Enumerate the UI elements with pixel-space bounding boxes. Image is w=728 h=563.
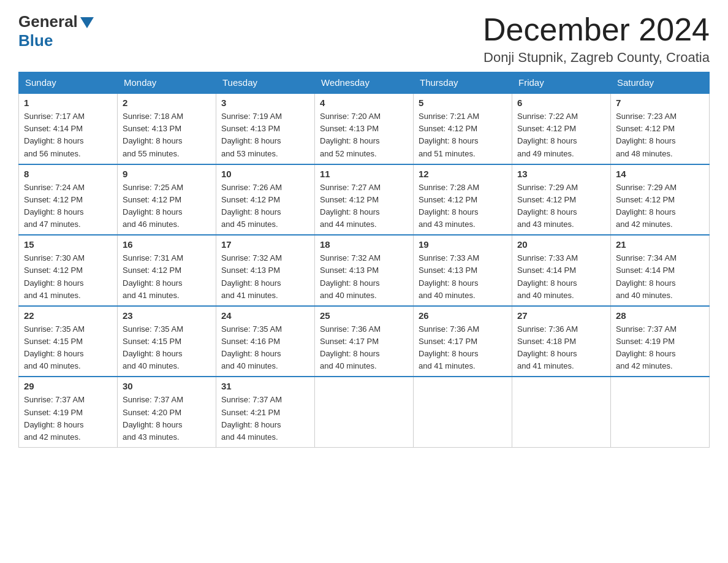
weekday-header-saturday: Saturday xyxy=(611,72,710,94)
calendar-day-cell: 26 Sunrise: 7:36 AM Sunset: 4:17 PM Dayl… xyxy=(414,306,512,377)
weekday-header-monday: Monday xyxy=(118,72,216,94)
calendar-day-cell xyxy=(414,377,512,447)
calendar-day-cell: 30 Sunrise: 7:37 AM Sunset: 4:20 PM Dayl… xyxy=(118,377,216,447)
day-number: 13 xyxy=(517,169,605,179)
calendar-day-cell: 7 Sunrise: 7:23 AM Sunset: 4:12 PM Dayli… xyxy=(611,93,710,164)
day-number: 22 xyxy=(24,310,112,321)
day-info: Sunrise: 7:18 AM Sunset: 4:13 PM Dayligh… xyxy=(123,110,211,160)
day-number: 12 xyxy=(419,169,507,179)
weekday-header-wednesday: Wednesday xyxy=(315,72,414,94)
calendar-day-cell: 11 Sunrise: 7:27 AM Sunset: 4:12 PM Dayl… xyxy=(315,164,414,236)
day-info: Sunrise: 7:21 AM Sunset: 4:12 PM Dayligh… xyxy=(419,110,507,160)
calendar-day-cell: 3 Sunrise: 7:19 AM Sunset: 4:13 PM Dayli… xyxy=(216,93,315,164)
calendar-day-cell: 28 Sunrise: 7:37 AM Sunset: 4:19 PM Dayl… xyxy=(611,306,710,377)
day-number: 27 xyxy=(517,310,605,321)
month-year-title: December 2024 xyxy=(483,12,710,47)
calendar-day-cell: 18 Sunrise: 7:32 AM Sunset: 4:13 PM Dayl… xyxy=(315,235,414,306)
calendar-day-cell: 2 Sunrise: 7:18 AM Sunset: 4:13 PM Dayli… xyxy=(118,93,216,164)
day-info: Sunrise: 7:28 AM Sunset: 4:12 PM Dayligh… xyxy=(419,182,507,231)
day-number: 3 xyxy=(221,98,309,108)
day-number: 20 xyxy=(517,239,605,250)
day-info: Sunrise: 7:31 AM Sunset: 4:12 PM Dayligh… xyxy=(123,252,211,302)
day-number: 28 xyxy=(616,310,704,321)
calendar-day-cell: 17 Sunrise: 7:32 AM Sunset: 4:13 PM Dayl… xyxy=(216,235,315,306)
calendar-week-row: 1 Sunrise: 7:17 AM Sunset: 4:14 PM Dayli… xyxy=(19,93,710,164)
calendar-day-cell: 23 Sunrise: 7:35 AM Sunset: 4:15 PM Dayl… xyxy=(118,306,216,377)
calendar-day-cell: 10 Sunrise: 7:26 AM Sunset: 4:12 PM Dayl… xyxy=(216,164,315,236)
calendar-day-cell: 12 Sunrise: 7:28 AM Sunset: 4:12 PM Dayl… xyxy=(414,164,512,236)
day-number: 7 xyxy=(616,98,704,108)
calendar-day-cell: 16 Sunrise: 7:31 AM Sunset: 4:12 PM Dayl… xyxy=(118,235,216,306)
calendar-day-cell: 24 Sunrise: 7:35 AM Sunset: 4:16 PM Dayl… xyxy=(216,306,315,377)
svg-marker-0 xyxy=(80,17,94,28)
calendar-day-cell: 8 Sunrise: 7:24 AM Sunset: 4:12 PM Dayli… xyxy=(19,164,118,236)
day-info: Sunrise: 7:29 AM Sunset: 4:12 PM Dayligh… xyxy=(517,182,605,231)
day-info: Sunrise: 7:35 AM Sunset: 4:16 PM Dayligh… xyxy=(221,323,309,373)
calendar-day-cell: 21 Sunrise: 7:34 AM Sunset: 4:14 PM Dayl… xyxy=(611,235,710,306)
day-number: 24 xyxy=(221,310,309,321)
day-info: Sunrise: 7:20 AM Sunset: 4:13 PM Dayligh… xyxy=(320,110,408,160)
day-number: 1 xyxy=(24,98,112,108)
calendar-day-cell: 27 Sunrise: 7:36 AM Sunset: 4:18 PM Dayl… xyxy=(512,306,611,377)
day-info: Sunrise: 7:34 AM Sunset: 4:14 PM Dayligh… xyxy=(616,252,704,302)
day-info: Sunrise: 7:37 AM Sunset: 4:19 PM Dayligh… xyxy=(24,394,112,443)
calendar-day-cell: 4 Sunrise: 7:20 AM Sunset: 4:13 PM Dayli… xyxy=(315,93,414,164)
calendar-week-row: 15 Sunrise: 7:30 AM Sunset: 4:12 PM Dayl… xyxy=(19,235,710,306)
title-section: December 2024 Donji Stupnik, Zagreb Coun… xyxy=(483,12,710,66)
weekday-header-friday: Friday xyxy=(512,72,611,94)
calendar-day-cell: 5 Sunrise: 7:21 AM Sunset: 4:12 PM Dayli… xyxy=(414,93,512,164)
day-info: Sunrise: 7:37 AM Sunset: 4:20 PM Dayligh… xyxy=(123,394,211,443)
day-info: Sunrise: 7:37 AM Sunset: 4:21 PM Dayligh… xyxy=(221,394,309,443)
day-number: 5 xyxy=(419,98,507,108)
weekday-header-row: SundayMondayTuesdayWednesdayThursdayFrid… xyxy=(19,72,710,94)
location-subtitle: Donji Stupnik, Zagreb County, Croatia xyxy=(483,50,710,66)
day-number: 11 xyxy=(320,169,408,179)
day-info: Sunrise: 7:24 AM Sunset: 4:12 PM Dayligh… xyxy=(24,182,112,231)
day-number: 19 xyxy=(419,239,507,250)
day-number: 25 xyxy=(320,310,408,321)
calendar-day-cell xyxy=(611,377,710,447)
logo-wordmark: General Blue xyxy=(18,12,94,50)
day-info: Sunrise: 7:22 AM Sunset: 4:12 PM Dayligh… xyxy=(517,110,605,160)
day-info: Sunrise: 7:35 AM Sunset: 4:15 PM Dayligh… xyxy=(24,323,112,373)
day-info: Sunrise: 7:27 AM Sunset: 4:12 PM Dayligh… xyxy=(320,182,408,231)
day-info: Sunrise: 7:26 AM Sunset: 4:12 PM Dayligh… xyxy=(221,182,309,231)
day-number: 23 xyxy=(123,310,211,321)
page-header: General Blue December 2024 Donji Stupnik… xyxy=(18,12,710,66)
calendar-table: SundayMondayTuesdayWednesdayThursdayFrid… xyxy=(18,72,710,448)
calendar-day-cell: 25 Sunrise: 7:36 AM Sunset: 4:17 PM Dayl… xyxy=(315,306,414,377)
calendar-day-cell: 14 Sunrise: 7:29 AM Sunset: 4:12 PM Dayl… xyxy=(611,164,710,236)
weekday-header-sunday: Sunday xyxy=(19,72,118,94)
day-info: Sunrise: 7:36 AM Sunset: 4:17 PM Dayligh… xyxy=(419,323,507,373)
day-info: Sunrise: 7:29 AM Sunset: 4:12 PM Dayligh… xyxy=(616,182,704,231)
day-number: 10 xyxy=(221,169,309,179)
day-number: 31 xyxy=(221,381,309,391)
day-number: 26 xyxy=(419,310,507,321)
day-info: Sunrise: 7:19 AM Sunset: 4:13 PM Dayligh… xyxy=(221,110,309,160)
day-number: 16 xyxy=(123,239,211,250)
calendar-day-cell xyxy=(512,377,611,447)
calendar-week-row: 22 Sunrise: 7:35 AM Sunset: 4:15 PM Dayl… xyxy=(19,306,710,377)
calendar-day-cell: 19 Sunrise: 7:33 AM Sunset: 4:13 PM Dayl… xyxy=(414,235,512,306)
calendar-day-cell: 6 Sunrise: 7:22 AM Sunset: 4:12 PM Dayli… xyxy=(512,93,611,164)
day-info: Sunrise: 7:37 AM Sunset: 4:19 PM Dayligh… xyxy=(616,323,704,373)
day-info: Sunrise: 7:17 AM Sunset: 4:14 PM Dayligh… xyxy=(24,110,112,160)
calendar-day-cell: 29 Sunrise: 7:37 AM Sunset: 4:19 PM Dayl… xyxy=(19,377,118,447)
weekday-header-tuesday: Tuesday xyxy=(216,72,315,94)
day-info: Sunrise: 7:32 AM Sunset: 4:13 PM Dayligh… xyxy=(320,252,408,302)
day-number: 6 xyxy=(517,98,605,108)
day-number: 4 xyxy=(320,98,408,108)
day-number: 21 xyxy=(616,239,704,250)
day-number: 8 xyxy=(24,169,112,179)
day-number: 9 xyxy=(123,169,211,179)
day-number: 2 xyxy=(123,98,211,108)
day-info: Sunrise: 7:35 AM Sunset: 4:15 PM Dayligh… xyxy=(123,323,211,373)
calendar-day-cell: 15 Sunrise: 7:30 AM Sunset: 4:12 PM Dayl… xyxy=(19,235,118,306)
day-info: Sunrise: 7:32 AM Sunset: 4:13 PM Dayligh… xyxy=(221,252,309,302)
day-info: Sunrise: 7:33 AM Sunset: 4:13 PM Dayligh… xyxy=(419,252,507,302)
calendar-day-cell: 13 Sunrise: 7:29 AM Sunset: 4:12 PM Dayl… xyxy=(512,164,611,236)
logo-triangle-icon xyxy=(80,17,94,28)
day-number: 14 xyxy=(616,169,704,179)
day-number: 30 xyxy=(123,381,211,391)
day-info: Sunrise: 7:23 AM Sunset: 4:12 PM Dayligh… xyxy=(616,110,704,160)
